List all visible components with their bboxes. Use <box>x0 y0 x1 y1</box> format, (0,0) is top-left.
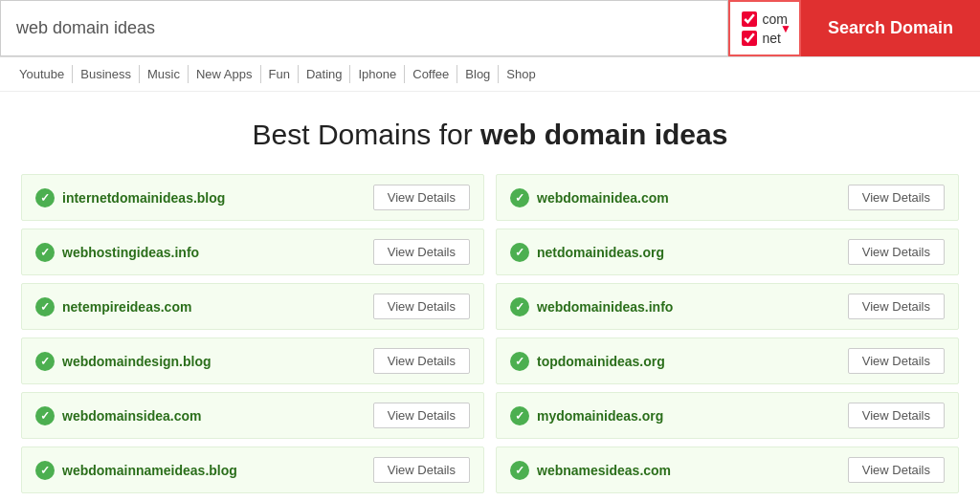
domain-row-right: webdomainidea.com View Details <box>496 174 959 221</box>
view-details-button[interactable]: View Details <box>848 185 945 210</box>
domain-row-left: webdomainsidea.com View Details <box>21 392 484 439</box>
available-icon <box>510 461 529 480</box>
available-icon <box>35 188 55 207</box>
tld-net-label: net <box>763 31 781 46</box>
view-details-button[interactable]: View Details <box>373 457 470 483</box>
view-details-button[interactable]: View Details <box>848 403 945 428</box>
domain-name: mydomainideas.org <box>537 408 663 424</box>
search-domain-button[interactable]: Search Domain <box>801 0 980 56</box>
domain-info: webdomainsidea.com <box>35 406 201 425</box>
title-prefix: Best Domains for <box>253 119 480 150</box>
tld-net-checkbox[interactable] <box>742 31 757 46</box>
domain-info: mydomainideas.org <box>510 406 663 425</box>
view-details-button[interactable]: View Details <box>373 348 470 374</box>
available-icon <box>35 243 55 262</box>
view-details-button[interactable]: View Details <box>848 457 945 483</box>
domain-row-right: mydomainideas.org View Details <box>496 392 959 439</box>
tld-dropdown-arrow-icon[interactable]: ▼ <box>780 22 791 35</box>
page-title: Best Domains for web domain ideas <box>0 119 980 151</box>
domain-info: internetdomainideas.blog <box>35 188 225 207</box>
domain-name: netdomainideas.org <box>537 245 664 260</box>
domain-row-right: topdomainideas.org View Details <box>496 338 959 384</box>
domain-info: topdomainideas.org <box>510 352 665 371</box>
tld-selector: com net ▼ <box>728 0 801 56</box>
nav-item-fun[interactable]: Fun <box>261 65 299 83</box>
domain-name: webdomainnameideas.blog <box>62 463 237 478</box>
available-icon <box>35 461 55 480</box>
available-icon <box>510 243 529 262</box>
available-icon <box>35 352 55 371</box>
nav-item-business[interactable]: Business <box>73 65 140 83</box>
nav-item-iphone[interactable]: Iphone <box>350 65 405 83</box>
domain-row-left: webhostingideas.info View Details <box>21 229 484 275</box>
domain-row-left: webdomainnameideas.blog View Details <box>21 447 484 493</box>
domain-row-left: webdomaindesign.blog View Details <box>21 338 484 384</box>
view-details-button[interactable]: View Details <box>848 348 945 374</box>
search-input[interactable] <box>16 18 712 38</box>
domain-name: webdomainsidea.com <box>62 408 201 424</box>
available-icon <box>35 406 55 425</box>
nav-item-music[interactable]: Music <box>140 65 189 83</box>
domain-info: webdomainideas.info <box>510 297 673 316</box>
domain-info: webhostingideas.info <box>35 243 199 262</box>
view-details-button[interactable]: View Details <box>848 239 945 265</box>
domain-name: webnamesideas.com <box>537 463 671 478</box>
available-icon <box>510 352 529 371</box>
results-grid: internetdomainideas.blog View Details we… <box>0 170 980 497</box>
view-details-button[interactable]: View Details <box>373 403 470 428</box>
view-details-button[interactable]: View Details <box>373 239 470 265</box>
domain-name: webhostingideas.info <box>62 245 199 260</box>
domain-row-left: internetdomainideas.blog View Details <box>21 174 484 221</box>
domain-name: webdomaindesign.blog <box>62 354 212 369</box>
domain-row-right: netdomainideas.org View Details <box>496 229 959 275</box>
nav-item-dating[interactable]: Dating <box>299 65 351 83</box>
available-icon <box>35 297 55 316</box>
domain-name: webdomainidea.com <box>537 190 669 206</box>
domain-info: webdomainidea.com <box>510 188 669 207</box>
nav-bar: Youtube Business Music New Apps Fun Dati… <box>0 57 980 92</box>
nav-item-blog[interactable]: Blog <box>457 65 499 83</box>
search-input-wrap <box>0 0 728 56</box>
view-details-button[interactable]: View Details <box>373 185 470 210</box>
domain-info: webdomainnameideas.blog <box>35 461 237 480</box>
nav-item-new-apps[interactable]: New Apps <box>189 65 261 83</box>
nav-item-shop[interactable]: Shop <box>499 65 543 83</box>
domain-row-right: webdomainideas.info View Details <box>496 283 959 330</box>
domain-row-left: netempireideas.com View Details <box>21 283 484 330</box>
nav-item-youtube[interactable]: Youtube <box>11 65 73 83</box>
domain-info: netempireideas.com <box>35 297 191 316</box>
view-details-button[interactable]: View Details <box>373 294 470 319</box>
domain-name: internetdomainideas.blog <box>62 190 225 206</box>
tld-com-checkbox[interactable] <box>742 11 757 27</box>
domain-row-right: webnamesideas.com View Details <box>496 447 959 493</box>
available-icon <box>510 188 529 207</box>
title-bold: web domain ideas <box>480 119 727 150</box>
header: com net ▼ Search Domain <box>0 0 980 57</box>
domain-info: webdomaindesign.blog <box>35 352 212 371</box>
domain-info: webnamesideas.com <box>510 461 671 480</box>
domain-name: topdomainideas.org <box>537 354 665 369</box>
domain-name: netempireideas.com <box>62 299 191 315</box>
domain-info: netdomainideas.org <box>510 243 664 262</box>
available-icon <box>510 297 529 316</box>
nav-item-coffee[interactable]: Coffee <box>405 65 457 83</box>
available-icon <box>510 406 529 425</box>
domain-name: webdomainideas.info <box>537 299 673 315</box>
view-details-button[interactable]: View Details <box>848 294 945 319</box>
